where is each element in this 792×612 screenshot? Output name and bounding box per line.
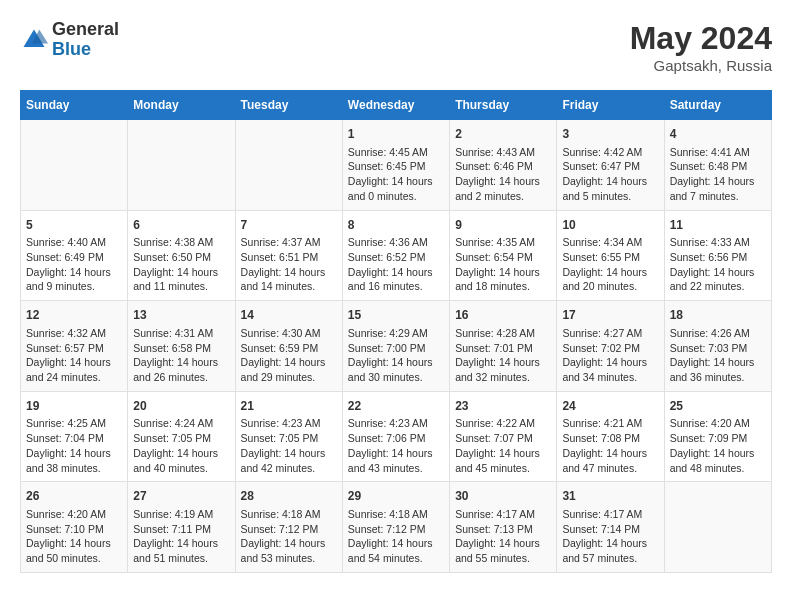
calendar-cell: 17Sunrise: 4:27 AMSunset: 7:02 PMDayligh… bbox=[557, 301, 664, 392]
weekday-header: Saturday bbox=[664, 91, 771, 120]
calendar-week-row: 1Sunrise: 4:45 AMSunset: 6:45 PMDaylight… bbox=[21, 120, 772, 211]
day-number: 4 bbox=[670, 126, 766, 143]
day-info: Sunrise: 4:34 AMSunset: 6:55 PMDaylight:… bbox=[562, 235, 658, 294]
day-number: 2 bbox=[455, 126, 551, 143]
calendar-cell: 4Sunrise: 4:41 AMSunset: 6:48 PMDaylight… bbox=[664, 120, 771, 211]
day-info: Sunrise: 4:20 AMSunset: 7:09 PMDaylight:… bbox=[670, 416, 766, 475]
page-header: General Blue May 2024 Gaptsakh, Russia bbox=[20, 20, 772, 74]
day-info: Sunrise: 4:35 AMSunset: 6:54 PMDaylight:… bbox=[455, 235, 551, 294]
day-info: Sunrise: 4:22 AMSunset: 7:07 PMDaylight:… bbox=[455, 416, 551, 475]
calendar-cell: 8Sunrise: 4:36 AMSunset: 6:52 PMDaylight… bbox=[342, 210, 449, 301]
day-number: 3 bbox=[562, 126, 658, 143]
day-info: Sunrise: 4:37 AMSunset: 6:51 PMDaylight:… bbox=[241, 235, 337, 294]
day-info: Sunrise: 4:42 AMSunset: 6:47 PMDaylight:… bbox=[562, 145, 658, 204]
calendar-cell: 6Sunrise: 4:38 AMSunset: 6:50 PMDaylight… bbox=[128, 210, 235, 301]
day-number: 22 bbox=[348, 398, 444, 415]
day-number: 13 bbox=[133, 307, 229, 324]
day-info: Sunrise: 4:41 AMSunset: 6:48 PMDaylight:… bbox=[670, 145, 766, 204]
calendar-cell bbox=[21, 120, 128, 211]
title-block: May 2024 Gaptsakh, Russia bbox=[630, 20, 772, 74]
month-title: May 2024 bbox=[630, 20, 772, 57]
weekday-header: Monday bbox=[128, 91, 235, 120]
location: Gaptsakh, Russia bbox=[630, 57, 772, 74]
weekday-header: Sunday bbox=[21, 91, 128, 120]
day-number: 11 bbox=[670, 217, 766, 234]
logo-icon bbox=[20, 26, 48, 54]
day-info: Sunrise: 4:31 AMSunset: 6:58 PMDaylight:… bbox=[133, 326, 229, 385]
day-info: Sunrise: 4:26 AMSunset: 7:03 PMDaylight:… bbox=[670, 326, 766, 385]
calendar-week-row: 19Sunrise: 4:25 AMSunset: 7:04 PMDayligh… bbox=[21, 391, 772, 482]
day-number: 10 bbox=[562, 217, 658, 234]
day-number: 24 bbox=[562, 398, 658, 415]
day-info: Sunrise: 4:27 AMSunset: 7:02 PMDaylight:… bbox=[562, 326, 658, 385]
day-number: 21 bbox=[241, 398, 337, 415]
day-info: Sunrise: 4:29 AMSunset: 7:00 PMDaylight:… bbox=[348, 326, 444, 385]
day-info: Sunrise: 4:40 AMSunset: 6:49 PMDaylight:… bbox=[26, 235, 122, 294]
day-info: Sunrise: 4:45 AMSunset: 6:45 PMDaylight:… bbox=[348, 145, 444, 204]
day-number: 28 bbox=[241, 488, 337, 505]
day-info: Sunrise: 4:30 AMSunset: 6:59 PMDaylight:… bbox=[241, 326, 337, 385]
calendar-cell: 28Sunrise: 4:18 AMSunset: 7:12 PMDayligh… bbox=[235, 482, 342, 573]
day-number: 14 bbox=[241, 307, 337, 324]
day-number: 6 bbox=[133, 217, 229, 234]
day-info: Sunrise: 4:18 AMSunset: 7:12 PMDaylight:… bbox=[241, 507, 337, 566]
day-info: Sunrise: 4:32 AMSunset: 6:57 PMDaylight:… bbox=[26, 326, 122, 385]
day-info: Sunrise: 4:17 AMSunset: 7:14 PMDaylight:… bbox=[562, 507, 658, 566]
calendar-week-row: 26Sunrise: 4:20 AMSunset: 7:10 PMDayligh… bbox=[21, 482, 772, 573]
day-number: 9 bbox=[455, 217, 551, 234]
day-number: 17 bbox=[562, 307, 658, 324]
calendar-cell: 30Sunrise: 4:17 AMSunset: 7:13 PMDayligh… bbox=[450, 482, 557, 573]
calendar-cell: 15Sunrise: 4:29 AMSunset: 7:00 PMDayligh… bbox=[342, 301, 449, 392]
calendar-cell: 27Sunrise: 4:19 AMSunset: 7:11 PMDayligh… bbox=[128, 482, 235, 573]
day-info: Sunrise: 4:24 AMSunset: 7:05 PMDaylight:… bbox=[133, 416, 229, 475]
day-number: 5 bbox=[26, 217, 122, 234]
day-number: 26 bbox=[26, 488, 122, 505]
calendar-cell: 24Sunrise: 4:21 AMSunset: 7:08 PMDayligh… bbox=[557, 391, 664, 482]
weekday-header: Friday bbox=[557, 91, 664, 120]
calendar-cell: 11Sunrise: 4:33 AMSunset: 6:56 PMDayligh… bbox=[664, 210, 771, 301]
calendar-week-row: 5Sunrise: 4:40 AMSunset: 6:49 PMDaylight… bbox=[21, 210, 772, 301]
calendar-table: SundayMondayTuesdayWednesdayThursdayFrid… bbox=[20, 90, 772, 573]
day-number: 29 bbox=[348, 488, 444, 505]
day-info: Sunrise: 4:23 AMSunset: 7:05 PMDaylight:… bbox=[241, 416, 337, 475]
calendar-cell bbox=[128, 120, 235, 211]
day-number: 15 bbox=[348, 307, 444, 324]
day-number: 19 bbox=[26, 398, 122, 415]
logo: General Blue bbox=[20, 20, 119, 60]
calendar-cell: 14Sunrise: 4:30 AMSunset: 6:59 PMDayligh… bbox=[235, 301, 342, 392]
calendar-cell: 10Sunrise: 4:34 AMSunset: 6:55 PMDayligh… bbox=[557, 210, 664, 301]
calendar-header-row: SundayMondayTuesdayWednesdayThursdayFrid… bbox=[21, 91, 772, 120]
calendar-cell: 12Sunrise: 4:32 AMSunset: 6:57 PMDayligh… bbox=[21, 301, 128, 392]
weekday-header: Thursday bbox=[450, 91, 557, 120]
calendar-cell: 16Sunrise: 4:28 AMSunset: 7:01 PMDayligh… bbox=[450, 301, 557, 392]
calendar-cell bbox=[664, 482, 771, 573]
calendar-cell: 26Sunrise: 4:20 AMSunset: 7:10 PMDayligh… bbox=[21, 482, 128, 573]
day-info: Sunrise: 4:43 AMSunset: 6:46 PMDaylight:… bbox=[455, 145, 551, 204]
calendar-cell: 21Sunrise: 4:23 AMSunset: 7:05 PMDayligh… bbox=[235, 391, 342, 482]
day-number: 31 bbox=[562, 488, 658, 505]
day-number: 18 bbox=[670, 307, 766, 324]
weekday-header: Wednesday bbox=[342, 91, 449, 120]
calendar-cell: 20Sunrise: 4:24 AMSunset: 7:05 PMDayligh… bbox=[128, 391, 235, 482]
day-number: 30 bbox=[455, 488, 551, 505]
calendar-week-row: 12Sunrise: 4:32 AMSunset: 6:57 PMDayligh… bbox=[21, 301, 772, 392]
calendar-cell: 13Sunrise: 4:31 AMSunset: 6:58 PMDayligh… bbox=[128, 301, 235, 392]
calendar-cell: 5Sunrise: 4:40 AMSunset: 6:49 PMDaylight… bbox=[21, 210, 128, 301]
calendar-cell: 31Sunrise: 4:17 AMSunset: 7:14 PMDayligh… bbox=[557, 482, 664, 573]
day-info: Sunrise: 4:38 AMSunset: 6:50 PMDaylight:… bbox=[133, 235, 229, 294]
calendar-cell: 23Sunrise: 4:22 AMSunset: 7:07 PMDayligh… bbox=[450, 391, 557, 482]
day-info: Sunrise: 4:28 AMSunset: 7:01 PMDaylight:… bbox=[455, 326, 551, 385]
day-info: Sunrise: 4:18 AMSunset: 7:12 PMDaylight:… bbox=[348, 507, 444, 566]
day-number: 16 bbox=[455, 307, 551, 324]
day-info: Sunrise: 4:23 AMSunset: 7:06 PMDaylight:… bbox=[348, 416, 444, 475]
day-number: 1 bbox=[348, 126, 444, 143]
logo-text: General Blue bbox=[52, 20, 119, 60]
calendar-cell: 22Sunrise: 4:23 AMSunset: 7:06 PMDayligh… bbox=[342, 391, 449, 482]
calendar-cell: 9Sunrise: 4:35 AMSunset: 6:54 PMDaylight… bbox=[450, 210, 557, 301]
calendar-cell: 3Sunrise: 4:42 AMSunset: 6:47 PMDaylight… bbox=[557, 120, 664, 211]
day-number: 27 bbox=[133, 488, 229, 505]
calendar-cell bbox=[235, 120, 342, 211]
day-number: 8 bbox=[348, 217, 444, 234]
calendar-cell: 7Sunrise: 4:37 AMSunset: 6:51 PMDaylight… bbox=[235, 210, 342, 301]
day-info: Sunrise: 4:20 AMSunset: 7:10 PMDaylight:… bbox=[26, 507, 122, 566]
